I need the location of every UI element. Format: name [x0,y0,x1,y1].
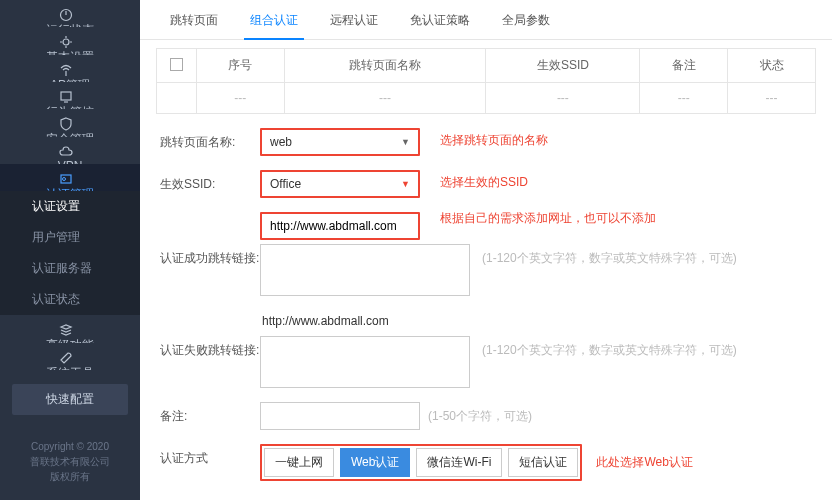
caret-down-icon: ▼ [401,137,410,147]
id-icon [58,172,74,186]
td-empty: --- [197,83,285,114]
select-value: Office [270,177,301,191]
td-empty: --- [728,83,816,114]
tab-redirect-page[interactable]: 跳转页面 [154,0,234,39]
main-panel: 跳转页面 组合认证 远程认证 免认证策略 全局参数 序号 跳转页面名称 生效SS… [140,0,832,500]
th-pagename: 跳转页面名称 [284,49,486,83]
sidebar: 运行状态 基本设置 AP管理 行为管控 安全管理 VPN 认证管理 认证设置 用… [0,0,140,500]
label-pagename: 跳转页面名称: [160,128,260,151]
input-remark[interactable] [260,402,420,430]
hint-ssid: 选择生效的SSID [440,174,528,191]
sidebar-item-basic[interactable]: 基本设置 [0,27,140,54]
sidebar-submenu: 认证设置 用户管理 认证服务器 认证状态 [0,191,140,315]
config-table: 序号 跳转页面名称 生效SSID 备注 状态 --- --- --- --- -… [156,48,816,114]
tab-remote-auth[interactable]: 远程认证 [314,0,394,39]
authmode-sms[interactable]: 短信认证 [508,448,578,477]
content-scroll[interactable]: 序号 跳转页面名称 生效SSID 备注 状态 --- --- --- --- -… [140,40,832,500]
td-empty [157,83,197,114]
td-empty: --- [640,83,728,114]
cloud-icon [58,145,74,159]
wrench-icon [58,351,74,365]
quick-config-button[interactable]: 快速配置 [12,384,128,415]
th-remark: 备注 [640,49,728,83]
stack-icon [58,323,74,337]
sidebar-item-behavior[interactable]: 行为管控 [0,82,140,109]
label-empty [160,212,260,218]
fail-url-value: http://www.abdmall.com [260,310,391,332]
sidebar-footer: Copyright © 2020 普联技术有限公司 版权所有 [0,429,140,500]
input-success-url-preview[interactable] [260,212,420,240]
svg-point-4 [63,177,66,180]
label-success-url: 认证成功跳转链接: [160,244,260,267]
tabs: 跳转页面 组合认证 远程认证 免认证策略 全局参数 [140,0,832,40]
monitor-icon [58,90,74,104]
copyright-line: 普联技术有限公司 [12,454,128,469]
select-all-checkbox[interactable] [170,58,183,71]
sidebar-item-security[interactable]: 安全管理 [0,109,140,136]
gear-icon [58,35,74,49]
sidebar-item-advanced[interactable]: 高级功能 [0,315,140,342]
sidebar-item-auth[interactable]: 认证管理 [0,164,140,191]
sidebar-item-vpn[interactable]: VPN [0,137,140,164]
select-pagename[interactable]: web▼ [260,128,420,156]
tab-combined-auth[interactable]: 组合认证 [234,0,314,39]
hint-pagename: 选择跳转页面的名称 [440,132,548,149]
svg-rect-2 [61,92,71,100]
select-value: web [270,135,292,149]
authmode-wechat[interactable]: 微信连Wi-Fi [416,448,502,477]
hint-success-url: 根据自己的需求添加网址，也可以不添加 [440,210,656,226]
th-status: 状态 [728,49,816,83]
select-ssid[interactable]: Office▼ [260,170,420,198]
label-fail-url: 认证失败跳转链接: [160,336,260,359]
sidebar-item-label: 系统工具 [46,365,94,370]
sidebar-sub-auth-settings[interactable]: 认证设置 [0,191,140,222]
table-row: --- --- --- --- --- [157,83,816,114]
caret-down-icon: ▼ [401,179,410,189]
copyright-line: Copyright © 2020 [12,439,128,454]
tab-bypass-policy[interactable]: 免认证策略 [394,0,486,39]
label-ssid: 生效SSID: [160,170,260,193]
auth-mode-group: 一键上网 Web认证 微信连Wi-Fi 短信认证 [260,444,582,481]
label-authmode: 认证方式 [160,444,260,467]
svg-point-1 [63,39,69,45]
textarea-success-url[interactable] [260,244,470,296]
td-empty: --- [486,83,640,114]
label-remark: 备注: [160,402,260,425]
textarea-fail-url[interactable] [260,336,470,388]
th-index: 序号 [197,49,285,83]
dashboard-icon [58,8,74,22]
ghost-success-url: (1-120个英文字符，数字或英文特殊字符，可选) [482,244,737,296]
config-form: 跳转页面名称: web▼ 选择跳转页面的名称 生效SSID: Office▼ 选… [156,128,816,500]
authmode-web[interactable]: Web认证 [340,448,410,477]
th-ssid: 生效SSID [486,49,640,83]
sidebar-sub-user-mgmt[interactable]: 用户管理 [0,222,140,253]
sidebar-item-ap[interactable]: AP管理 [0,55,140,82]
copyright-line: 版权所有 [12,469,128,484]
ghost-fail-url: (1-120个英文字符，数字或英文特殊字符，可选) [482,336,737,388]
antenna-icon [58,63,74,77]
sidebar-sub-auth-status[interactable]: 认证状态 [0,284,140,315]
td-empty: --- [284,83,486,114]
shield-icon [58,117,74,131]
label-empty [160,310,260,316]
hint-authmode: 此处选择Web认证 [596,454,692,471]
sidebar-sub-auth-server[interactable]: 认证服务器 [0,253,140,284]
sidebar-item-status[interactable]: 运行状态 [0,0,140,27]
authmode-oneclick[interactable]: 一键上网 [264,448,334,477]
ghost-remark: (1-50个字符，可选) [428,402,532,430]
sidebar-item-tools[interactable]: 系统工具 [0,343,140,370]
tab-global-params[interactable]: 全局参数 [486,0,566,39]
label-status: 状态: [160,495,260,500]
